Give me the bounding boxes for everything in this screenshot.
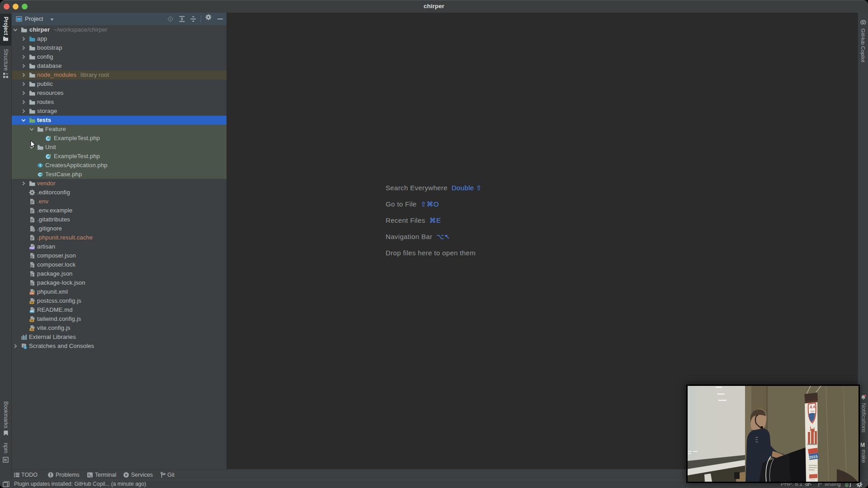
svg-text:<>: <>	[30, 292, 34, 295]
svg-text:MD: MD	[30, 310, 34, 313]
svg-text:T: T	[39, 164, 42, 168]
svg-text:JS: JS	[30, 301, 33, 304]
svg-text:JS: JS	[30, 319, 33, 322]
svg-text:JS: JS	[30, 328, 33, 331]
svg-text:PHP: PHP	[30, 247, 35, 249]
